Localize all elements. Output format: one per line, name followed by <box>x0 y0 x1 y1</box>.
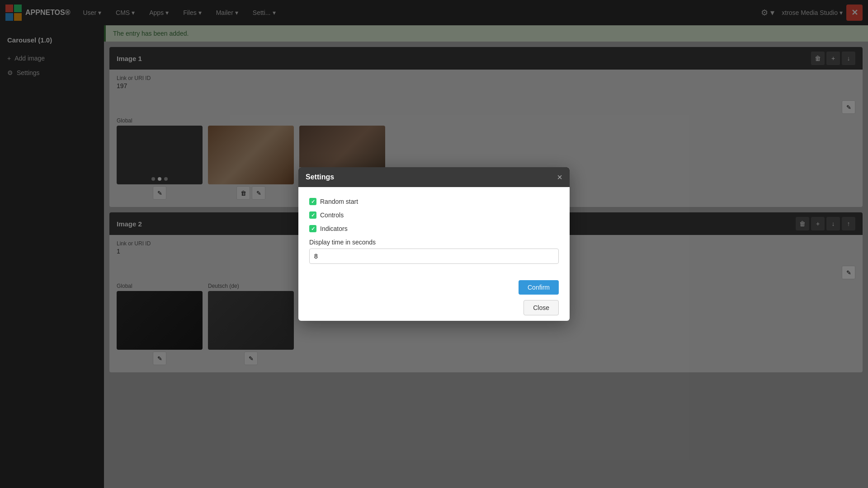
modal-header: Settings × <box>298 167 570 187</box>
modal-title: Settings <box>306 173 334 181</box>
checkbox-random-start-label: Random start <box>320 198 358 205</box>
modal-footer: Close <box>298 295 570 321</box>
display-time-input[interactable] <box>309 249 559 264</box>
checkbox-controls-row: Controls <box>309 211 559 219</box>
display-time-label: Display time in seconds <box>309 239 559 246</box>
modal-confirm-row: Confirm <box>298 275 570 295</box>
checkbox-controls-label: Controls <box>320 211 344 219</box>
modal-body: Random start Controls Indicators Display… <box>298 187 570 275</box>
modal-overlay[interactable]: Settings × Random start Controls Indicat… <box>0 0 868 488</box>
checkbox-controls[interactable] <box>309 211 316 219</box>
modal-close-button[interactable]: × <box>557 173 562 182</box>
display-time-section: Display time in seconds <box>309 239 559 264</box>
confirm-button[interactable]: Confirm <box>519 280 559 295</box>
checkbox-indicators-row: Indicators <box>309 225 559 232</box>
checkbox-random-start-row: Random start <box>309 198 559 205</box>
checkbox-indicators-label: Indicators <box>320 225 348 232</box>
close-button[interactable]: Close <box>524 300 559 315</box>
checkbox-random-start[interactable] <box>309 198 316 205</box>
settings-modal: Settings × Random start Controls Indicat… <box>298 167 570 321</box>
checkbox-indicators[interactable] <box>309 225 316 232</box>
